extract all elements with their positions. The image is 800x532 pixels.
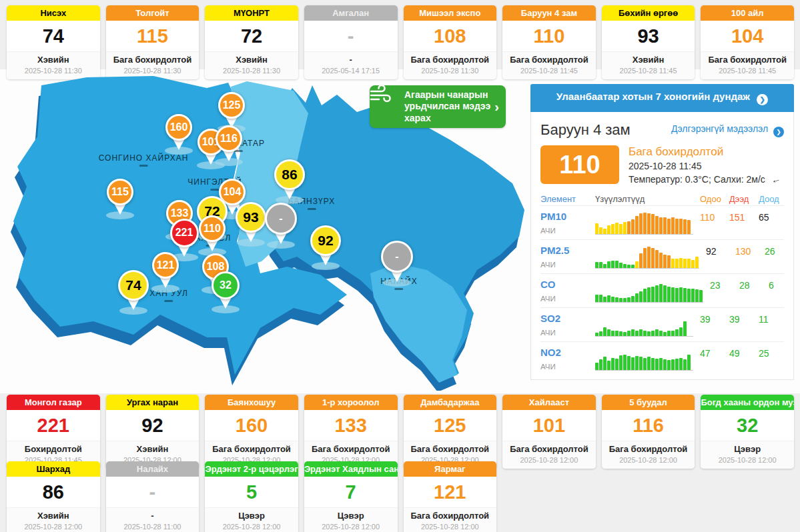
station-card[interactable]: Шархад 86 Хэвийн 2025-10-28 12:00 xyxy=(7,461,100,532)
station-aqi-value: 7 xyxy=(304,477,398,507)
pollutant-min-value: 6 xyxy=(769,279,794,291)
station-card[interactable]: Баруун 4 зам 110 Бага бохирдолтой 2025-1… xyxy=(502,5,596,79)
map-marker[interactable]: 160 xyxy=(165,114,192,141)
spark-bar xyxy=(595,333,598,336)
station-card[interactable]: 100 айл 104 Бага бохирдолтой 2025-10-28 … xyxy=(701,5,794,79)
station-card[interactable]: Ургах наран 92 Хэвийн 2025-10-28 12:00 xyxy=(106,395,199,469)
station-card[interactable]: МҮОНРТ 72 Хэвийн 2025-10-28 11:30 xyxy=(205,5,298,79)
map-marker[interactable]: 121 xyxy=(152,252,179,279)
spark-bar xyxy=(603,297,607,302)
spark-bar xyxy=(599,359,603,370)
pollutant-sparkline xyxy=(595,211,693,235)
spark-bar xyxy=(675,219,679,234)
map-marker[interactable]: 74 xyxy=(118,270,149,301)
spark-bar xyxy=(631,357,635,370)
marker-aqi-value: 32 xyxy=(212,271,240,299)
station-card-footer: Цэвэр 2025-10-28 12:00 xyxy=(205,507,298,532)
map-marker[interactable]: 110 xyxy=(199,215,226,242)
spark-bar xyxy=(635,261,639,268)
selected-station-name: Баруун 4 зам xyxy=(540,121,631,139)
station-aqi-value: 110 xyxy=(502,21,596,51)
bottom-station-cards-row1: Монгол газар 221 Бохирдолтой 2025-10-28 … xyxy=(7,395,794,469)
pollutant-min-value: 25 xyxy=(759,347,784,359)
station-card[interactable]: Толгойт 115 Бага бохирдолтой 2025-10-28 … xyxy=(106,5,199,79)
station-card[interactable]: Эрдэнэт Хаядлын сан 7 Цэвэр 2025-10-28 1… xyxy=(304,461,398,532)
station-card[interactable]: Баянхошуу 160 Бага бохирдолтой 2025-10-2… xyxy=(205,395,298,469)
spark-bar xyxy=(647,357,651,370)
map-marker[interactable]: 115 xyxy=(107,179,133,205)
spark-bar xyxy=(663,332,667,336)
station-card[interactable]: 5 буудал 116 Бага бохирдолтой 2025-10-28… xyxy=(602,395,695,469)
spark-bar xyxy=(663,285,667,302)
panel-title-bar[interactable]: Улаанбаатар хотын 7 хоногийн дундаж ❯ xyxy=(530,84,794,112)
spark-bar xyxy=(631,265,635,268)
station-name: Ургах наран xyxy=(106,395,199,410)
station-timestamp: 2025-10-28 12:00 xyxy=(205,523,298,531)
station-name: Амгалан xyxy=(304,5,398,21)
spark-bar xyxy=(631,296,635,302)
map-marker[interactable]: 93 xyxy=(236,202,266,233)
station-name: 100 айл xyxy=(701,5,794,21)
spark-bar xyxy=(687,259,691,268)
details-link-label: Дэлгэрэнгүй мэдээлэл xyxy=(671,123,768,134)
pollutant-table: PM10 АЧИ 110 151 65 PM2.5 АЧИ 92 130 26 … xyxy=(540,205,784,375)
station-status: - xyxy=(106,511,199,521)
forecast-button[interactable]: Агаарын чанарын урьдчилсан мэдээ харах › xyxy=(370,85,506,128)
spark-bar xyxy=(643,331,647,336)
aqi-status: Бага бохирдолтой xyxy=(629,145,781,159)
map-marker[interactable]: 221 xyxy=(170,219,199,247)
station-card[interactable]: Нисэх 74 Хэвийн 2025-10-28 11:30 xyxy=(7,5,100,79)
column-now: Одоо xyxy=(700,194,729,204)
marker-aqi-value: 160 xyxy=(165,114,192,141)
station-name: Богд хааны ордон музей xyxy=(701,395,794,410)
pollutant-max-value: 49 xyxy=(729,347,759,359)
details-link[interactable]: Дэлгэрэнгүй мэдээлэл ❯ xyxy=(671,123,784,137)
district-center-dash xyxy=(139,165,147,167)
station-card[interactable]: Хайлааст 101 Бага бохирдолтой 2025-10-28… xyxy=(502,395,596,469)
station-card[interactable]: Богд хааны ордон музей 32 Цэвэр 2025-10-… xyxy=(701,395,794,469)
station-card[interactable]: Бөхийн өргөө 93 Хэвийн 2025-10-28 11:45 xyxy=(602,5,695,79)
map-marker[interactable]: 125 xyxy=(218,92,245,119)
map-marker[interactable]: 92 xyxy=(310,225,341,256)
district-center-dash xyxy=(394,288,403,290)
spark-bar xyxy=(659,253,663,268)
station-status: Бага бохирдолтой xyxy=(404,55,497,65)
column-element: Элемент xyxy=(540,194,595,204)
map-marker[interactable]: 116 xyxy=(216,125,242,152)
station-card[interactable]: Дамбадаржаа 125 Бага бохирдолтой 2025-10… xyxy=(404,395,497,469)
station-card[interactable]: 1-р хороолол 133 Бага бохирдолтой 2025-1… xyxy=(304,395,398,469)
station-aqi-value: 125 xyxy=(404,410,497,441)
spark-bar xyxy=(611,358,615,370)
spark-bar xyxy=(663,359,667,370)
station-aqi-value: 72 xyxy=(205,21,298,51)
pollutant-now-value: 92 xyxy=(706,245,735,257)
map-marker[interactable]: 32 xyxy=(212,271,240,299)
station-status: - xyxy=(304,55,398,65)
panel-title: Улаанбаатар хотын 7 хоногийн дундаж xyxy=(556,91,750,102)
spark-bar xyxy=(607,295,611,302)
station-aqi-value: 32 xyxy=(701,410,794,441)
station-card[interactable]: Налайх - - 2025-10-28 11:00 xyxy=(106,461,199,532)
spark-bar xyxy=(635,331,639,336)
spark-bar xyxy=(667,219,671,234)
station-card[interactable]: Яармаг 121 Бага бохирдолтой 2025-10-28 1… xyxy=(404,461,497,532)
spark-bar xyxy=(635,293,639,302)
station-name: Эрдэнэт Хаядлын сан xyxy=(304,461,398,477)
spark-bar xyxy=(595,363,598,370)
station-card[interactable]: Амгалан - - 2025-05-14 17:15 xyxy=(304,5,398,79)
map-marker[interactable]: 86 xyxy=(274,159,305,190)
pollutant-min-value: 26 xyxy=(765,245,790,257)
spark-bar xyxy=(627,297,631,302)
spark-bar xyxy=(679,258,683,268)
map-marker[interactable]: - xyxy=(265,203,297,235)
station-status: Хэвийн xyxy=(106,444,199,454)
station-timestamp: 2025-10-28 12:00 xyxy=(304,523,398,531)
station-card[interactable]: Эрдэнэт 2-р цэцэрлэг 5 Цэвэр 2025-10-28 … xyxy=(205,461,298,532)
station-name: Шархад xyxy=(7,461,100,477)
spark-bar xyxy=(667,255,671,268)
station-card[interactable]: Монгол газар 221 Бохирдолтой 2025-10-28 … xyxy=(7,395,100,469)
marker-aqi-value: 92 xyxy=(310,225,341,256)
station-card[interactable]: Мишээл экспо 108 Бага бохирдолтой 2025-1… xyxy=(404,5,497,79)
station-status: Цэвэр xyxy=(205,511,298,521)
map-marker[interactable]: - xyxy=(381,241,413,273)
